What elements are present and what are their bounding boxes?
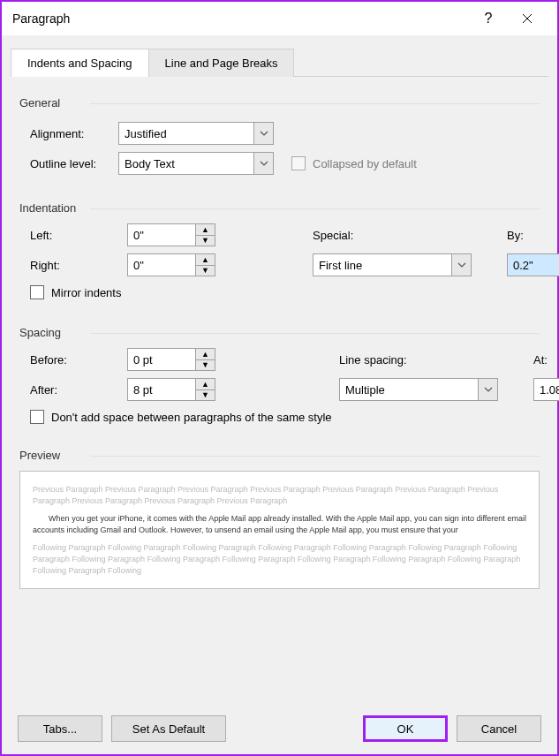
- outline-dropdown-button[interactable]: [253, 153, 273, 174]
- special-dropdown-button[interactable]: [451, 254, 471, 276]
- at-spinner[interactable]: 1.08 ▲▼: [533, 378, 559, 401]
- tabs-button[interactable]: Tabs...: [18, 715, 102, 742]
- after-value: 8 pt: [128, 379, 195, 400]
- preview-previous: Previous Paragraph Previous Paragraph Pr…: [33, 484, 526, 506]
- mirror-checkbox[interactable]: Mirror indents: [30, 285, 540, 299]
- paragraph-dialog: Paragraph ? Indents and Spacing Line and…: [0, 0, 559, 756]
- alignment-value: Justified: [119, 127, 253, 140]
- spin-down-icon[interactable]: ▼: [196, 360, 215, 371]
- spin-up-icon[interactable]: ▲: [196, 379, 215, 390]
- tab-indents[interactable]: Indents and Spacing: [11, 49, 149, 77]
- close-icon: [522, 13, 533, 24]
- mirror-label: Mirror indents: [51, 286, 121, 299]
- special-combo[interactable]: First line: [313, 253, 472, 276]
- outline-row: Outline level: Body Text Collapsed by de…: [30, 152, 540, 175]
- section-indentation: Indentation: [19, 201, 540, 215]
- line-spacing-value: Multiple: [340, 383, 478, 397]
- alignment-combo[interactable]: Justified: [118, 122, 274, 145]
- set-default-button[interactable]: Set As Default: [111, 715, 226, 742]
- left-spinner[interactable]: 0" ▲▼: [127, 223, 215, 246]
- spin-down-icon[interactable]: ▼: [196, 390, 215, 401]
- alignment-dropdown-button[interactable]: [253, 123, 273, 144]
- cancel-button[interactable]: Cancel: [457, 715, 541, 742]
- spin-up-icon[interactable]: ▲: [196, 224, 215, 236]
- ok-button[interactable]: OK: [363, 715, 448, 742]
- right-spinner[interactable]: 0" ▲▼: [127, 253, 215, 276]
- checkbox-box: [30, 410, 44, 424]
- special-label: Special:: [313, 229, 472, 242]
- checkbox-box: [30, 285, 44, 299]
- alignment-label: Alignment:: [30, 127, 118, 140]
- titlebar: Paragraph ?: [2, 2, 557, 35]
- chevron-down-icon: [484, 387, 493, 392]
- spin-down-icon[interactable]: ▼: [196, 236, 215, 246]
- spin-up-icon[interactable]: ▲: [196, 349, 215, 360]
- by-label: By:: [507, 229, 559, 242]
- collapsed-label: Collapsed by default: [313, 157, 417, 170]
- collapsed-checkbox: Collapsed by default: [291, 156, 417, 170]
- cancel-button-label: Cancel: [481, 722, 517, 736]
- close-button[interactable]: [508, 5, 547, 32]
- spin-down-icon[interactable]: ▼: [196, 266, 215, 276]
- outline-label: Outline level:: [30, 157, 118, 170]
- section-preview: Preview: [19, 449, 540, 462]
- before-value: 0 pt: [128, 349, 195, 370]
- chevron-down-icon: [457, 262, 466, 268]
- section-spacing: Spacing: [19, 326, 540, 339]
- tab-breaks[interactable]: Line and Page Breaks: [148, 49, 295, 77]
- after-label: After:: [30, 383, 118, 397]
- content: General Alignment: Justified Outline lev…: [2, 77, 557, 707]
- by-value: 0.2": [508, 254, 559, 276]
- checkbox-box: [291, 156, 306, 170]
- dialog-title: Paragraph: [12, 11, 469, 26]
- outline-value: Body Text: [119, 157, 253, 170]
- button-bar: Tabs... Set As Default OK Cancel: [2, 707, 557, 754]
- line-spacing-combo[interactable]: Multiple: [339, 378, 498, 401]
- section-general: General: [19, 96, 540, 110]
- tab-breaks-label: Line and Page Breaks: [165, 57, 278, 70]
- right-value: 0": [128, 254, 195, 276]
- preview-sample: When you get your iPhone, it comes with …: [33, 513, 526, 535]
- after-spinner[interactable]: 8 pt ▲▼: [127, 378, 215, 401]
- at-value: 1.08: [534, 379, 559, 400]
- line-spacing-label: Line spacing:: [339, 353, 498, 367]
- help-button[interactable]: ?: [469, 5, 508, 32]
- spin-up-icon[interactable]: ▲: [196, 254, 215, 266]
- before-spinner[interactable]: 0 pt ▲▼: [127, 348, 215, 371]
- before-label: Before:: [30, 353, 118, 367]
- left-value: 0": [128, 224, 195, 246]
- dont-add-space-checkbox[interactable]: Don't add space between paragraphs of th…: [30, 410, 540, 424]
- by-spinner[interactable]: 0.2" ▲▼: [507, 253, 559, 276]
- outline-combo[interactable]: Body Text: [118, 152, 274, 175]
- tab-indents-label: Indents and Spacing: [27, 57, 132, 70]
- chevron-down-icon: [260, 161, 268, 166]
- ok-button-label: OK: [397, 722, 414, 736]
- tabs-button-label: Tabs...: [43, 722, 77, 736]
- default-button-label: Set As Default: [132, 722, 205, 736]
- alignment-row: Alignment: Justified: [30, 122, 540, 145]
- line-spacing-dropdown-button[interactable]: [478, 379, 497, 400]
- chevron-down-icon: [260, 131, 268, 136]
- preview-following: Following Paragraph Following Paragraph …: [33, 542, 526, 576]
- special-value: First line: [313, 259, 451, 272]
- left-label: Left:: [30, 229, 118, 242]
- right-label: Right:: [30, 259, 118, 272]
- tab-bar: Indents and Spacing Line and Page Breaks: [11, 48, 548, 77]
- preview-box: Previous Paragraph Previous Paragraph Pr…: [19, 471, 540, 589]
- dont-add-space-label: Don't add space between paragraphs of th…: [51, 411, 332, 424]
- at-label: At:: [533, 353, 559, 367]
